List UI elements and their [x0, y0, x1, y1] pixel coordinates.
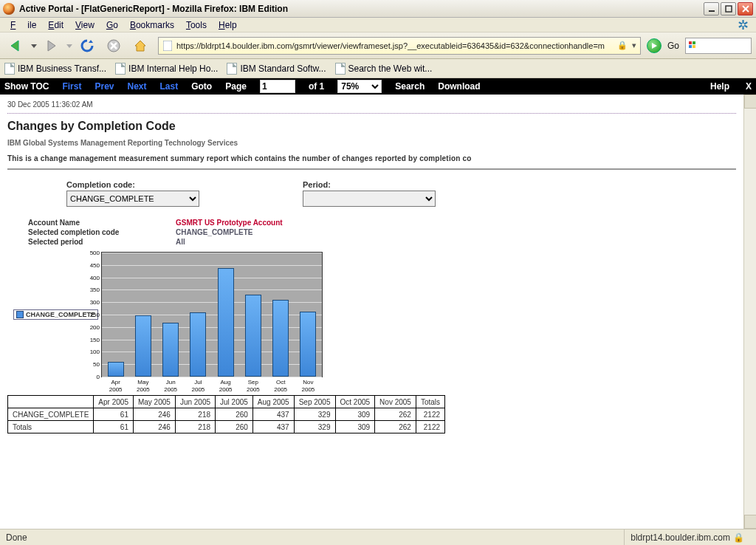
table-cell: 61 — [94, 421, 134, 433]
chart-bar — [245, 295, 261, 377]
table-cell: 437 — [252, 421, 294, 433]
goto-label: Goto — [191, 81, 212, 92]
menu-go[interactable]: Go — [100, 18, 124, 32]
table-header: May 2005 — [133, 396, 175, 408]
page-icon — [162, 39, 173, 52]
table-cell: 329 — [294, 421, 335, 433]
show-toc-button[interactable]: Show TOC — [4, 81, 49, 92]
table-cell: 329 — [294, 408, 335, 421]
report-subtitle: IBM Global Systems Management Reporting … — [7, 139, 736, 147]
table-header: Totals — [416, 396, 444, 408]
minimize-button[interactable] — [704, 2, 719, 16]
lock-icon: 🔒 — [733, 532, 744, 543]
table-cell: 309 — [335, 408, 375, 421]
svg-rect-10 — [689, 45, 692, 48]
page-label: Page — [225, 81, 247, 92]
zoom-select[interactable]: 75% — [337, 80, 382, 93]
table-cell: 437 — [252, 408, 294, 421]
back-button[interactable] — [4, 35, 28, 57]
url-input[interactable] — [176, 41, 616, 50]
back-history-dropdown[interactable] — [31, 35, 37, 57]
row-header: CHANGE_COMPLETE — [8, 408, 94, 421]
table-cell: 262 — [375, 408, 416, 421]
table-cell: 218 — [175, 421, 215, 433]
first-page-button[interactable]: First — [62, 81, 81, 92]
chart-bar — [162, 323, 179, 377]
row-header: Totals — [8, 421, 94, 433]
home-button[interactable] — [128, 35, 152, 57]
svg-rect-7 — [163, 41, 172, 51]
page-of-label: of 1 — [309, 81, 324, 92]
url-dropdown[interactable]: ▾ — [628, 41, 640, 50]
table-cell: 2122 — [416, 408, 444, 421]
menu-file[interactable]: File — [4, 18, 42, 32]
last-page-button[interactable]: Last — [160, 81, 179, 92]
status-bar: Done bldrpt14.boulder.ibm.com🔒 — [0, 529, 756, 545]
window-titlebar: Active Portal - [FlatGenericReport] - Mo… — [0, 0, 756, 18]
table-header: Oct 2005 — [335, 396, 375, 408]
menu-edit[interactable]: Edit — [42, 18, 69, 32]
report-title: Changes by Completion Code — [7, 120, 736, 133]
page-icon — [335, 63, 346, 75]
url-bar[interactable]: 🔒 ▾ — [158, 37, 641, 55]
reload-button[interactable] — [75, 35, 99, 57]
svg-rect-9 — [693, 41, 695, 44]
completion-code-label: Completion code: — [66, 180, 199, 189]
menu-view[interactable]: View — [69, 18, 100, 32]
status-domain: bldrpt14.boulder.ibm.com🔒 — [624, 529, 750, 545]
meta-code-key: Selected completion code — [28, 228, 176, 236]
period-label: Period: — [303, 180, 436, 189]
page-icon — [115, 63, 126, 75]
stop-button[interactable] — [102, 35, 126, 57]
forward-button[interactable] — [40, 35, 63, 57]
go-button[interactable] — [647, 38, 662, 53]
report-content: 30 Dec 2005 11:36:02 AM Changes by Compl… — [0, 95, 743, 529]
table-cell: 2122 — [416, 421, 444, 433]
chart-bar — [108, 362, 124, 377]
menu-tools[interactable]: Tools — [180, 18, 213, 32]
bookmark-item[interactable]: IBM Business Transf... — [4, 63, 106, 75]
search-box[interactable] — [685, 38, 752, 54]
status-text: Done — [6, 532, 27, 543]
firefox-icon — [3, 3, 15, 15]
viewer-toolbar: Show TOC First Prev Next Last Goto Page … — [0, 78, 756, 95]
help-button[interactable]: Help — [710, 81, 729, 92]
search-button[interactable]: Search — [395, 81, 425, 92]
close-button[interactable] — [738, 2, 753, 16]
bookmark-item[interactable]: IBM Internal Help Ho... — [115, 63, 218, 75]
chart: 050100150200250300350400450500Apr2005May… — [101, 252, 323, 377]
next-page-button[interactable]: Next — [128, 81, 147, 92]
meta-code-value: CHANGE_COMPLETE — [176, 228, 252, 236]
maximize-button[interactable] — [721, 2, 736, 16]
table-header: Jul 2005 — [216, 396, 253, 408]
table-cell: 61 — [94, 408, 134, 421]
table-cell: 309 — [335, 421, 375, 433]
meta-account-value: GSMRT US Prototype Account — [176, 219, 283, 227]
filter-panel: Completion code: CHANGE_COMPLETE Period: — [66, 180, 736, 207]
table-header: Aug 2005 — [252, 396, 294, 408]
menu-help[interactable]: Help — [213, 18, 243, 32]
chart-bar — [135, 315, 151, 377]
report-meta: Account NameGSMRT US Prototype Account S… — [28, 219, 736, 246]
nav-toolbar: 🔒 ▾ Go — [0, 32, 756, 59]
bookmark-item[interactable]: Search the Web wit... — [335, 63, 433, 75]
viewer-close-button[interactable]: X — [746, 81, 752, 92]
chart-legend: CHANGE_COMPLETE — [13, 309, 98, 320]
completion-code-select[interactable]: CHANGE_COMPLETE — [66, 191, 199, 207]
period-select[interactable] — [303, 191, 436, 207]
prev-page-button[interactable]: Prev — [94, 81, 114, 92]
legend-label: CHANGE_COMPLETE — [26, 311, 95, 318]
svg-rect-8 — [689, 41, 692, 44]
table-cell: 262 — [375, 421, 416, 433]
table-cell: 260 — [216, 421, 253, 433]
chart-bar — [300, 312, 316, 377]
menu-bookmarks[interactable]: Bookmarks — [124, 18, 180, 32]
bookmark-item[interactable]: IBM Standard Softw... — [227, 63, 326, 75]
menu-bar: File Edit View Go Bookmarks Tools Help ✲ — [0, 18, 756, 32]
table-header: Apr 2005 — [94, 396, 134, 408]
vertical-scrollbar[interactable] — [743, 95, 756, 529]
download-button[interactable]: Download — [438, 81, 480, 92]
page-input[interactable] — [260, 80, 295, 93]
forward-history-dropdown[interactable] — [66, 35, 72, 57]
divider — [7, 113, 736, 114]
